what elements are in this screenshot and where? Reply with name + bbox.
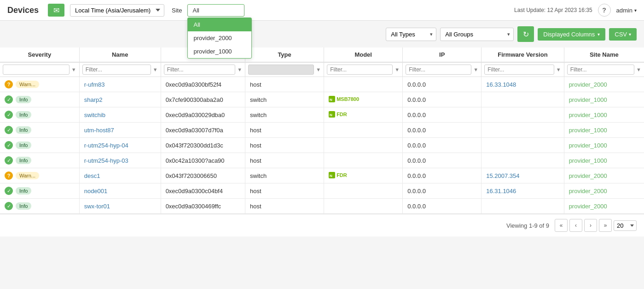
device-name-link[interactable]: r-utm254-hyp-04 [84,142,128,149]
cell-severity: ✓Info [0,153,79,168]
table-row: ✓Info utm-host87 0xec0d9a03007d7f0a host… [0,123,644,138]
site-option-provider2000[interactable]: provider_2000 [188,31,251,45]
admin-menu[interactable]: admin ▾ [616,7,637,14]
col-name: Name [79,47,161,62]
site-link[interactable]: provider_1000 [569,127,607,134]
site-link[interactable]: provider_2000 [569,81,607,88]
cell-firmware [482,138,564,153]
csv-button[interactable]: CSV ▾ [609,28,637,41]
warn-icon: ? [5,80,13,88]
cell-name: utm-host87 [79,123,161,138]
cell-name: r-ufm83 [79,77,161,92]
all-groups-select[interactable]: All Groups [440,28,514,41]
cell-severity: ✓Info [0,92,79,107]
device-name-link[interactable]: r-ufm83 [84,81,105,88]
filter-ip-icon[interactable]: ▼ [473,67,478,72]
cell-firmware [482,92,564,107]
filter-type-input[interactable] [248,65,314,75]
cell-severity: ✓Info [0,107,79,123]
last-page-button[interactable]: » [599,219,612,232]
header: Devices ✉ Local Time (Asia/Jerusalem) Si… [0,0,644,21]
info-icon: ✓ [5,141,13,149]
cell-ip: 0.0.0.0 [403,199,482,214]
guid-value: 0x0c42a10300?aca90 [166,157,225,164]
site-label: Site [172,7,182,14]
filter-row: ▼ ▼ ▼ [0,62,644,77]
severity-badge: Info [16,126,31,134]
type-value: host [250,203,261,210]
cell-ip: 0.0.0.0 [403,183,482,199]
filter-type-icon[interactable]: ▼ [316,67,321,72]
filter-guid: ▼ [161,62,245,77]
severity-badge: Info [16,187,31,195]
displayed-columns-button[interactable]: Displayed Columns ▾ [538,28,605,41]
guid-value: 0xec0d9a0300469ffc [166,203,221,210]
filter-firmware: ▼ [482,62,564,77]
filter-name-input[interactable] [82,65,151,75]
device-name-link[interactable]: swx-tor01 [84,203,110,210]
firmware-link[interactable]: 15.2007.354 [486,172,519,179]
time-select[interactable]: Local Time (Asia/Jerusalem) [70,4,164,17]
info-icon: ✓ [5,111,13,119]
site-link[interactable]: provider_1000 [569,157,607,164]
site-option-provider1000[interactable]: provider_1000 [188,45,251,58]
nvidia-logo-icon: N [329,96,335,102]
device-name-link[interactable]: r-utm254-hyp-03 [84,157,128,164]
site-option-all[interactable]: All [188,18,251,31]
device-name-link[interactable]: utm-host87 [84,127,114,134]
filter-guid-icon[interactable]: ▼ [237,67,242,72]
info-icon: ✓ [5,156,13,165]
severity-badge: Info [16,96,31,103]
cell-firmware [482,153,564,168]
chevron-down-icon: ▾ [634,8,637,13]
site-link[interactable]: provider_2000 [569,203,607,210]
cell-guid: 0x7cfe900300aba2a0 [161,92,245,107]
per-page-select[interactable]: 20 50 100 [614,220,637,231]
all-types-select[interactable]: All Types [386,28,436,41]
filter-ip-input[interactable] [406,65,471,75]
table-row: ✓Info r-utm254-hyp-04 0x043f720300dd1d3c… [0,138,644,153]
refresh-button[interactable]: ↻ [517,26,534,42]
cell-name: switchib [79,107,161,123]
filter-name-icon[interactable]: ▼ [153,67,158,72]
site-link[interactable]: provider_1000 [569,96,607,103]
filter-firmware-icon[interactable]: ▼ [556,67,561,72]
nvidia-model: N MSB7800 [329,96,359,102]
filter-severity-input[interactable] [3,65,70,75]
site-select[interactable]: All provider_2000 provider_1000 [187,4,244,17]
guid-value: 0x043f7203006650 [166,172,217,179]
filter-model-input[interactable] [327,65,393,75]
filter-ip: ▼ [403,62,482,77]
next-page-button[interactable]: › [584,219,597,232]
filter-site-icon[interactable]: ▼ [636,67,641,72]
filter-guid-input[interactable] [164,65,236,75]
email-icon[interactable]: ✉ [48,4,64,17]
cell-site: provider_2000 [564,199,644,214]
device-name-link[interactable]: switchib [84,112,105,118]
info-icon: ✓ [5,187,13,195]
cell-firmware: 16.31.1046 [482,183,564,199]
site-link[interactable]: provider_1000 [569,142,607,149]
site-link[interactable]: provider_1000 [569,112,607,118]
site-link[interactable]: provider_2000 [569,188,607,195]
cell-type: host [245,199,324,214]
first-page-button[interactable]: « [555,219,568,232]
filter-site-input[interactable] [567,65,634,75]
cell-site: provider_2000 [564,168,644,183]
device-name-link[interactable]: desc1 [84,172,100,179]
csv-caret-icon: ▾ [629,32,631,37]
firmware-link[interactable]: 16.33.1048 [486,81,516,88]
type-value: host [250,188,261,195]
help-button[interactable]: ? [598,4,611,17]
site-link[interactable]: provider_2000 [569,172,607,179]
prev-page-button[interactable]: ‹ [569,219,582,232]
device-name-link[interactable]: sharp2 [84,96,103,103]
cell-ip: 0.0.0.0 [403,153,482,168]
filter-model-icon[interactable]: ▼ [395,67,400,72]
filter-firmware-input[interactable] [484,65,554,75]
info-icon: ✓ [5,95,13,104]
device-name-link[interactable]: node001 [84,188,108,195]
firmware-link[interactable]: 16.31.1046 [486,188,516,195]
type-value: switch [250,96,267,103]
filter-severity-icon[interactable]: ▼ [71,67,76,72]
